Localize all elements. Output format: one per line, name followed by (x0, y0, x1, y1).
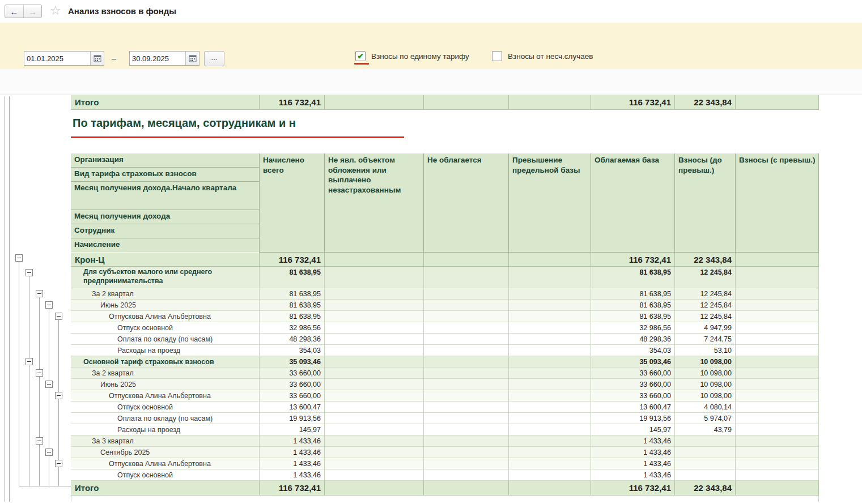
row-value-c2[interactable]: 33 660,00 (260, 379, 325, 390)
row-value-c5[interactable] (509, 288, 591, 300)
row-value-c8[interactable] (736, 311, 819, 322)
row-value-c2[interactable]: 35 093,46 (260, 356, 325, 368)
row-value-c6[interactable]: 35 093,46 (591, 356, 675, 368)
accidents-checkbox[interactable] (492, 51, 502, 61)
row-value-c6[interactable]: 81 638,95 (591, 267, 675, 288)
row-value-c8[interactable] (736, 413, 819, 424)
row-value-c2[interactable]: 19 913,56 (260, 413, 325, 424)
row-value-c8[interactable] (736, 481, 819, 496)
row-value-c8[interactable] (736, 390, 819, 402)
row-value-c2[interactable]: 145,97 (260, 424, 325, 435)
row-value-c2[interactable]: 13 600,47 (260, 402, 325, 413)
row-value-c3[interactable] (325, 447, 424, 458)
row-value-c7[interactable]: 10 098,00 (675, 379, 736, 390)
row-value-c6[interactable]: 81 638,95 (591, 300, 675, 311)
favorite-star-icon[interactable]: ☆ (50, 3, 61, 18)
row-value-c5[interactable] (509, 402, 591, 413)
table-row[interactable]: Сентябрь 20251 433,461 433,46 (71, 447, 819, 458)
row-label[interactable]: Июнь 2025 (71, 379, 260, 390)
row-value-c4[interactable] (424, 413, 509, 424)
collapse-toggle[interactable] (36, 437, 43, 445)
row-value-c3[interactable] (325, 356, 424, 368)
period-more-button[interactable]: ... (204, 51, 224, 66)
row-value-c2[interactable]: 48 298,36 (260, 334, 325, 345)
row-value-c6[interactable]: 33 660,00 (591, 368, 675, 379)
row-value-c7[interactable]: 12 245,84 (675, 300, 736, 311)
table-row[interactable]: За 2 квартал81 638,9581 638,9512 245,84 (71, 288, 819, 300)
row-value-c4[interactable] (424, 356, 509, 368)
row-value-c4[interactable] (424, 458, 509, 469)
row-value-c7[interactable]: 12 245,84 (675, 267, 736, 288)
table-row[interactable]: Итого116 732,41116 732,4122 343,84 (71, 481, 819, 496)
table-row[interactable]: Для субъектов малого или среднего предпр… (71, 267, 819, 288)
row-value-c5[interactable] (509, 267, 591, 288)
row-value-c7[interactable]: 12 245,84 (675, 288, 736, 300)
row-value-c2[interactable]: 1 433,46 (260, 458, 325, 469)
row-value-c3[interactable] (325, 458, 424, 469)
row-value-c8[interactable] (736, 368, 819, 379)
row-value-c6[interactable]: 1 433,46 (591, 458, 675, 469)
row-label[interactable]: Расходы на проезд (71, 424, 260, 435)
row-value-c8[interactable] (736, 469, 819, 481)
row-value-c4[interactable] (424, 288, 509, 300)
row-value-c5[interactable] (509, 469, 591, 481)
row-label[interactable]: Отпускова Алина Альбертовна (71, 311, 260, 322)
header-accrual[interactable]: Начисление (71, 238, 259, 252)
row-value-c8[interactable] (736, 435, 819, 447)
row-label[interactable]: Оплата по окладу (по часам) (71, 334, 260, 345)
row-value-c3[interactable] (325, 300, 424, 311)
row-value-c7[interactable]: 43,79 (675, 424, 736, 435)
row-label[interactable]: Отпускова Алина Альбертовна (71, 390, 260, 402)
row-label[interactable]: За 2 квартал (71, 288, 260, 300)
row-value-c7[interactable]: 22 343,84 (675, 253, 736, 267)
row-value-c6[interactable]: 33 660,00 (591, 390, 675, 402)
collapse-toggle[interactable] (55, 313, 62, 320)
collapse-toggle[interactable] (45, 301, 53, 309)
row-value-c6[interactable]: 13 600,47 (591, 402, 675, 413)
row-value-c2[interactable]: 81 638,95 (260, 267, 325, 288)
row-value-c6[interactable]: 116 732,41 (591, 481, 675, 496)
row-value-c4[interactable] (424, 267, 509, 288)
row-value-c4[interactable] (424, 390, 509, 402)
row-value-c3[interactable] (325, 253, 424, 267)
row-value-c5[interactable] (509, 300, 591, 311)
row-value-c7[interactable]: 4 947,99 (675, 322, 736, 334)
row-value-c7[interactable]: 10 098,00 (675, 356, 736, 368)
row-label[interactable]: Сентябрь 2025 (71, 447, 260, 458)
row-value-c5[interactable] (509, 322, 591, 334)
header-taxable-base[interactable]: Облагаемая база (591, 153, 675, 253)
row-value-c3[interactable] (325, 424, 424, 435)
row-label[interactable]: Итого (71, 481, 260, 496)
header-accrued-total[interactable]: Начислено всего (260, 153, 325, 253)
collapse-toggle[interactable] (36, 290, 43, 297)
row-value-c5[interactable] (509, 458, 591, 469)
row-label[interactable]: Крон-Ц (71, 253, 260, 267)
collapse-toggle[interactable] (15, 254, 23, 262)
forward-button[interactable]: → (23, 5, 41, 18)
table-row[interactable]: За 3 квартал1 433,461 433,46 (71, 435, 819, 447)
collapse-toggle[interactable] (26, 269, 33, 276)
row-value-c2[interactable]: 116 732,41 (260, 253, 325, 267)
table-row[interactable]: Расходы на проезд354,03354,0353,10 (71, 345, 819, 356)
row-value-c4[interactable] (424, 300, 509, 311)
row-value-c8[interactable] (736, 447, 819, 458)
row-value-c6[interactable]: 1 433,46 (591, 447, 675, 458)
row-value-c2[interactable]: 33 660,00 (260, 368, 325, 379)
row-label[interactable]: Отпуск основной (71, 402, 260, 413)
collapse-toggle[interactable] (45, 381, 53, 388)
row-value-c6[interactable]: 33 660,00 (591, 379, 675, 390)
row-value-c5[interactable] (509, 481, 591, 496)
row-value-c8[interactable] (736, 334, 819, 345)
row-value-c3[interactable] (325, 413, 424, 424)
row-value-c3[interactable] (325, 288, 424, 300)
collapse-toggle[interactable] (26, 358, 33, 365)
row-value-c5[interactable] (509, 311, 591, 322)
row-value-c2[interactable]: 33 660,00 (260, 390, 325, 402)
row-value-c6[interactable]: 354,03 (591, 345, 675, 356)
row-value-c6[interactable]: 32 986,56 (591, 322, 675, 334)
row-value-c5[interactable] (509, 334, 591, 345)
collapse-toggle[interactable] (55, 392, 62, 399)
row-value-c5[interactable] (509, 253, 591, 267)
row-value-c5[interactable] (509, 368, 591, 379)
row-value-c8[interactable] (736, 356, 819, 368)
